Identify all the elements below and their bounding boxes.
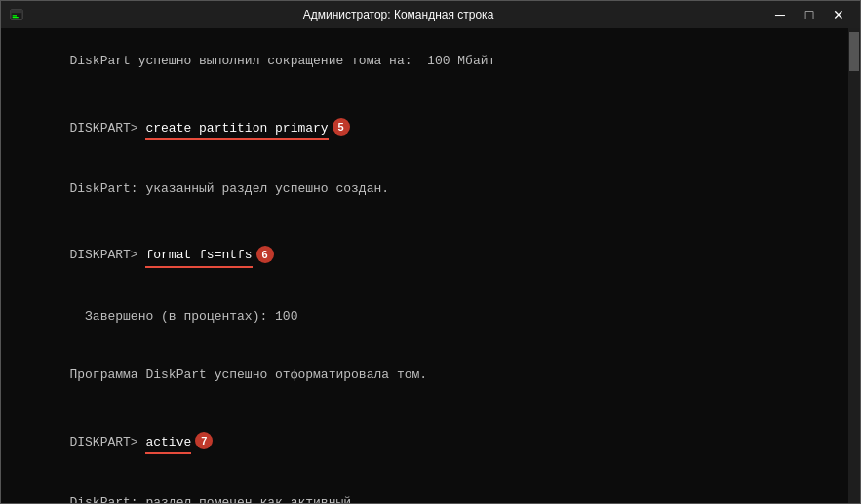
content-area: DiskPart успешно выполнил сокращение том… (9, 32, 852, 503)
prompt-2: DISKPART> (69, 248, 145, 262)
output-text-4: Программа DiskPart успешно отформатирова… (69, 368, 427, 382)
output-text-5: DiskPart: раздел помечен как активный. (69, 495, 358, 503)
prompt-3: DISKPART> (69, 435, 145, 449)
cmd-3: active (145, 433, 191, 454)
annotation-7: 7 (195, 432, 213, 449)
scrollbar[interactable] (848, 28, 860, 503)
maximize-button[interactable]: □ (796, 5, 823, 24)
svg-rect-1 (11, 10, 22, 14)
line-2: DiskPart: указанный раздел успешно созда… (9, 160, 839, 218)
line-4: Программа DiskPart успешно отформатирова… (9, 346, 839, 405)
line-1: DiskPart успешно выполнил сокращение том… (9, 32, 839, 91)
cmd-1: create partition primary (145, 119, 328, 140)
output-text: DiskPart успешно выполнил сокращение том… (69, 54, 495, 68)
line-empty-3 (9, 406, 839, 413)
line-empty-1 (9, 91, 839, 98)
minimize-button[interactable]: ─ (766, 5, 794, 24)
window-title: Администратор: Командная строка (30, 8, 766, 21)
titlebar-controls: ─ □ ✕ (766, 5, 852, 24)
line-cmd-1: DISKPART> create partition primary5 (9, 98, 839, 159)
prompt-1: DISKPART> (69, 121, 145, 136)
window: Администратор: Командная строка ─ □ ✕ Di… (0, 0, 861, 504)
line-cmd-3: DISKPART> active7 (9, 413, 839, 474)
annotation-6: 6 (256, 246, 274, 263)
titlebar-icon (9, 7, 24, 22)
line-5: DiskPart: раздел помечен как активный. (9, 474, 839, 503)
titlebar: Администратор: Командная строка ─ □ ✕ (1, 1, 860, 28)
console-body: DiskPart успешно выполнил сокращение том… (1, 28, 860, 503)
line-3: Завершено (в процентах): 100 (9, 288, 839, 346)
close-button[interactable]: ✕ (825, 5, 852, 24)
line-empty-2 (9, 218, 839, 226)
output-text-3: Завершено (в процентах): 100 (69, 309, 297, 324)
line-cmd-2: DISKPART> format fs=ntfs6 (9, 226, 839, 287)
scrollbar-thumb[interactable] (849, 32, 859, 71)
cmd-2: format fs=ntfs (145, 246, 252, 267)
output-text-2: DiskPart: указанный раздел успешно созда… (69, 181, 389, 196)
annotation-5: 5 (333, 118, 350, 136)
